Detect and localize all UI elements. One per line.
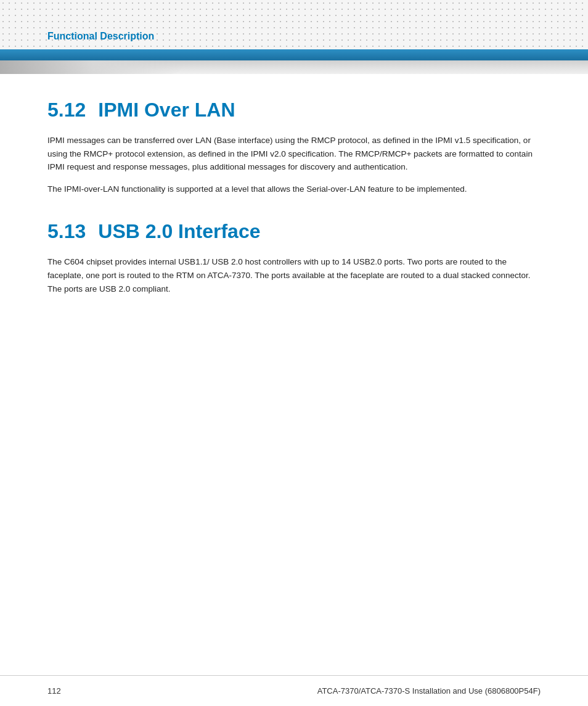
footer: 112 ATCA-7370/ATCA-7370-S Installation a… (0, 675, 588, 706)
blue-bar (0, 49, 588, 60)
section-513-paragraph-1: The C604 chipset provides internal USB1.… (47, 255, 541, 295)
section-513-body: The C604 chipset provides internal USB1.… (47, 255, 541, 295)
section-513-number: 5.13 (47, 220, 86, 243)
section-512-number: 5.12 (47, 99, 86, 121)
header-title: Functional Description (47, 31, 154, 42)
section-512-paragraph-1: IPMI messages can be transferred over LA… (47, 134, 541, 174)
section-512-body: IPMI messages can be transferred over LA… (47, 134, 541, 195)
dot-pattern (0, 0, 588, 49)
header: Functional Description (0, 0, 588, 49)
footer-page-number: 112 (47, 686, 61, 696)
section-513-heading: 5.13 USB 2.0 Interface (47, 220, 541, 243)
main-content: 5.12 IPMI Over LAN IPMI messages can be … (0, 74, 588, 369)
section-512-heading: 5.12 IPMI Over LAN (47, 99, 541, 121)
section-512: 5.12 IPMI Over LAN IPMI messages can be … (47, 99, 541, 195)
section-513: 5.13 USB 2.0 Interface The C604 chipset … (47, 220, 541, 295)
section-512-paragraph-2: The IPMI-over-LAN functionality is suppo… (47, 183, 541, 196)
section-512-title: IPMI Over LAN (98, 99, 235, 121)
section-513-title: USB 2.0 Interface (98, 220, 260, 243)
gray-bar (0, 60, 588, 74)
footer-doc-title: ATCA-7370/ATCA-7370-S Installation and U… (317, 686, 541, 696)
